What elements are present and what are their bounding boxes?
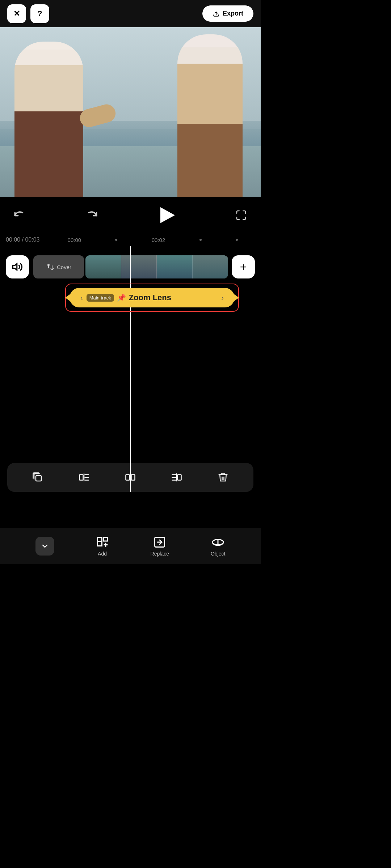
nav-replace-item[interactable]: Replace: [151, 536, 169, 557]
ruler-mark-2: 00:02: [152, 237, 165, 243]
add-icon: [96, 536, 109, 549]
export-button[interactable]: Export: [202, 5, 253, 22]
object-nav-icon: [211, 536, 224, 549]
top-bar: ✕ ? Export: [0, 0, 261, 27]
ruler-marks: 00:00 00:02: [50, 237, 255, 243]
ruler-dot-3: [236, 239, 238, 241]
chevron-down-icon: [41, 542, 49, 550]
swap-icon: [46, 263, 55, 271]
time-separator: /: [22, 237, 24, 243]
fullscreen-button[interactable]: [232, 207, 250, 224]
object-icon: [211, 536, 224, 549]
split-start-icon: [79, 472, 89, 483]
add-nav-icon: [96, 536, 109, 549]
undo-button[interactable]: [11, 207, 28, 224]
tooltip-content: Main track 📌 Zoom Lens: [87, 293, 218, 302]
svg-rect-9: [131, 475, 135, 480]
tooltip-inner[interactable]: ‹ Main track 📌 Zoom Lens ›: [70, 288, 235, 307]
chevron-right-icon[interactable]: ›: [218, 294, 227, 302]
svg-rect-3: [80, 475, 83, 480]
timeline-ruler: 00:00 / 00:03 00:00 00:02: [0, 233, 261, 246]
split-end-icon: [171, 472, 182, 483]
controls-area: [0, 197, 261, 233]
sound-button[interactable]: [6, 255, 29, 278]
pin-icon: 📌: [117, 293, 126, 302]
effect-name-label: Zoom Lens: [129, 293, 171, 302]
split-end-button[interactable]: [168, 468, 186, 486]
video-preview: [0, 27, 261, 197]
play-triangle-icon: [160, 207, 175, 223]
effect-tooltip: ‹ Main track 📌 Zoom Lens ›: [65, 284, 239, 312]
ruler-dot-1: [115, 239, 117, 241]
nav-add-item[interactable]: Add: [96, 536, 109, 557]
timeline-area: Cover + ‹ Main track 📌 Zoom Lens ›: [0, 246, 261, 492]
delete-icon: [218, 472, 228, 483]
chevron-left-icon[interactable]: ‹: [77, 294, 87, 302]
fullscreen-icon: [235, 209, 247, 221]
nav-object-item[interactable]: Object: [211, 536, 225, 557]
couple-scene: [0, 27, 261, 197]
main-track-badge: Main track: [87, 294, 114, 302]
svg-rect-8: [126, 475, 130, 480]
replace-icon: [153, 536, 166, 549]
duplicate-icon: [32, 472, 43, 483]
object-nav-label: Object: [211, 551, 225, 557]
duplicate-button[interactable]: [29, 468, 47, 486]
timecode-display: 00:00 / 00:03: [6, 237, 39, 243]
clip-frame-4: [193, 255, 228, 278]
top-bar-left: ✕ ?: [7, 4, 49, 23]
add-track-button[interactable]: +: [232, 255, 255, 278]
svg-rect-14: [178, 475, 181, 480]
sound-icon: [12, 261, 23, 272]
tooltip-left-arrow: [65, 294, 70, 301]
help-button[interactable]: ?: [30, 4, 49, 23]
replace-nav-label: Replace: [151, 551, 169, 557]
playhead: [130, 246, 131, 492]
clip-frame-2: [121, 255, 157, 278]
redo-icon: [86, 209, 98, 221]
tooltip-right-arrow: [234, 294, 239, 301]
split-start-button[interactable]: [75, 468, 93, 486]
cover-label: Cover: [57, 264, 71, 270]
add-nav-label: Add: [98, 551, 107, 557]
video-clip-track[interactable]: [85, 255, 228, 278]
cover-track[interactable]: Cover: [33, 255, 84, 278]
close-button[interactable]: ✕: [7, 4, 26, 23]
svg-marker-1: [13, 264, 17, 270]
ruler-dot-2: [199, 239, 202, 241]
delete-button[interactable]: [214, 468, 232, 486]
replace-nav-icon: [153, 536, 166, 549]
ruler-mark-1: 00:00: [68, 237, 81, 243]
current-time: 00:00: [6, 237, 20, 243]
tooltip-outline: ‹ Main track 📌 Zoom Lens ›: [65, 284, 239, 312]
undo-icon: [13, 209, 26, 221]
export-label: Export: [223, 10, 243, 17]
total-time: 00:03: [25, 237, 39, 243]
svg-rect-16: [97, 537, 102, 542]
collapse-button[interactable]: [35, 537, 54, 556]
redo-button[interactable]: [83, 207, 101, 224]
bottom-nav: Add Replace Object: [0, 528, 261, 564]
clip-frame-3: [157, 255, 193, 278]
svg-rect-2: [36, 476, 41, 481]
clip-frame-1: [85, 255, 121, 278]
export-icon: [213, 10, 220, 17]
play-button[interactable]: [156, 204, 177, 226]
